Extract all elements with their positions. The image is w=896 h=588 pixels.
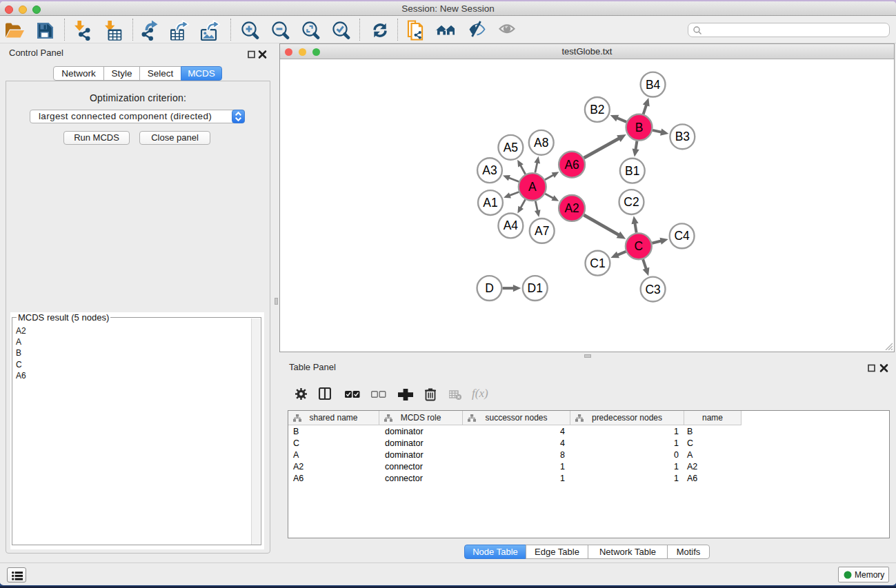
svg-text:A1: A1 — [483, 196, 497, 210]
svg-text:A2: A2 — [564, 201, 579, 215]
svg-text:B: B — [635, 121, 644, 134]
svg-text:A3: A3 — [482, 163, 497, 177]
svg-text:C3: C3 — [645, 283, 660, 296]
svg-text:B2: B2 — [590, 103, 604, 116]
svg-text:A6: A6 — [564, 158, 579, 172]
svg-text:B3: B3 — [675, 130, 690, 143]
svg-text:C4: C4 — [674, 229, 690, 243]
svg-text:A4: A4 — [504, 219, 519, 232]
svg-text:A8: A8 — [534, 136, 548, 150]
svg-text:B4: B4 — [646, 78, 661, 92]
svg-text:C1: C1 — [590, 256, 605, 270]
svg-text:A7: A7 — [535, 224, 549, 238]
svg-text:A5: A5 — [504, 141, 518, 154]
svg-text:B1: B1 — [625, 164, 639, 178]
svg-text:D1: D1 — [528, 281, 543, 295]
svg-text:C2: C2 — [624, 195, 639, 209]
svg-text:C: C — [635, 239, 644, 253]
svg-text:D: D — [485, 281, 494, 295]
svg-text:A: A — [528, 180, 537, 194]
